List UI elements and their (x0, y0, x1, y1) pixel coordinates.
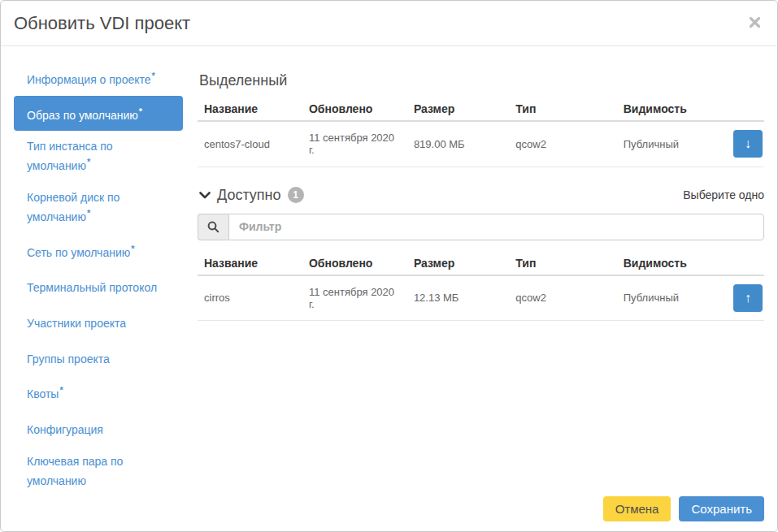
cell-size: 12.13 МБ (407, 275, 509, 321)
available-table-header-row: Название Обновлено Размер Тип Видимость (198, 252, 764, 275)
sidebar-item-project-info[interactable]: Информация о проекте* (14, 60, 183, 96)
cell-actions: ↑ (724, 275, 764, 321)
deselect-button[interactable]: ↓ (733, 130, 763, 158)
select-one-hint: Выберите одно (683, 188, 764, 201)
required-asterisk: * (87, 208, 90, 218)
cell-name: centos7-cloud (198, 121, 302, 167)
column-header-visibility: Видимость (617, 97, 724, 121)
column-header-updated: Обновлено (302, 97, 407, 121)
sidebar-item-project-members[interactable]: Участники проекта (14, 304, 183, 340)
sidebar-item-label: Терминальный протокол (27, 281, 157, 294)
cell-updated: 11 сентября 2020 г. (302, 121, 407, 167)
selected-table-header-row: Название Обновлено Размер Тип Видимость (198, 97, 764, 121)
column-header-type: Тип (509, 252, 616, 275)
selected-section-title: Выделенный (199, 72, 764, 89)
close-x-glyph (749, 16, 761, 28)
arrow-up-icon: ↑ (745, 291, 751, 305)
filter-group (198, 214, 764, 240)
cell-actions: ↓ (724, 121, 764, 167)
filter-input[interactable] (228, 214, 764, 240)
sidebar-item-label: Конфигурация (27, 423, 103, 436)
cell-updated: 11 сентября 2020 г. (302, 275, 407, 321)
sidebar: Информация о проекте* Образ по умолчанию… (1, 46, 198, 496)
collapse-toggle[interactable]: Доступно (199, 187, 281, 204)
required-asterisk: * (87, 157, 90, 167)
column-header-size: Размер (407, 97, 509, 121)
sidebar-item-terminal-protocol[interactable]: Терминальный протокол (14, 268, 183, 304)
sidebar-item-quotas[interactable]: Квоты* (14, 374, 183, 410)
sidebar-item-label: Квоты (27, 387, 59, 400)
column-header-type: Тип (509, 97, 616, 121)
cell-type: qcow2 (509, 275, 616, 321)
column-header-visibility: Видимость (617, 252, 724, 275)
column-header-name: Название (198, 252, 302, 275)
dialog-header: Обновить VDI проект (1, 1, 777, 46)
sidebar-item-label: Ключевая пара по умолчанию (27, 455, 123, 487)
count-badge: 1 (288, 187, 304, 203)
save-button[interactable]: Сохранить (679, 496, 764, 521)
arrow-down-icon: ↓ (745, 136, 751, 150)
cell-visibility: Публичный (617, 121, 724, 167)
required-asterisk: * (139, 106, 142, 116)
sidebar-item-default-instance-type[interactable]: Тип инстанса по умолчанию* (14, 131, 183, 182)
search-button[interactable] (198, 214, 228, 240)
sidebar-item-label: Образ по умолчанию (27, 108, 138, 121)
chevron-down-icon (199, 192, 211, 199)
available-section-header: Доступно 1 Выберите одно (199, 187, 764, 204)
sidebar-item-label: Корневой диск по умолчанию (27, 191, 120, 223)
available-table: Название Обновлено Размер Тип Видимость … (198, 252, 764, 322)
cell-visibility: Публичный (617, 275, 724, 321)
main-content: Выделенный Название Обновлено Размер Тип… (198, 46, 777, 496)
sidebar-item-label: Сеть по умолчанию (27, 245, 130, 258)
select-button[interactable]: ↑ (733, 284, 763, 312)
search-icon (207, 221, 219, 233)
required-asterisk: * (152, 71, 155, 80)
column-header-size: Размер (407, 252, 509, 275)
required-asterisk: * (131, 244, 134, 253)
column-header-updated: Обновлено (302, 252, 407, 275)
cell-name: cirros (198, 275, 302, 321)
sidebar-item-label: Группы проекта (27, 352, 110, 365)
sidebar-item-project-groups[interactable]: Группы проекта (14, 340, 183, 375)
dialog-body: Информация о проекте* Образ по умолчанию… (1, 46, 777, 496)
cell-type: qcow2 (509, 121, 616, 167)
dialog-footer: Отмена Сохранить (1, 496, 777, 532)
available-section-title: Доступно (217, 187, 281, 204)
sidebar-item-configuration[interactable]: Конфигурация (14, 410, 183, 446)
dialog-title: Обновить VDI проект (14, 13, 190, 34)
sidebar-item-default-image[interactable]: Образ по умолчанию* (14, 96, 183, 132)
sidebar-item-label: Тип инстанса по умолчанию (27, 140, 113, 172)
sidebar-item-default-root-disk[interactable]: Корневой диск по умолчанию* (14, 182, 183, 233)
cell-size: 819.00 МБ (407, 121, 509, 167)
sidebar-item-label: Участники проекта (27, 317, 126, 330)
column-header-name: Название (198, 97, 302, 121)
cancel-button[interactable]: Отмена (603, 496, 672, 521)
column-header-actions (724, 252, 764, 275)
close-icon[interactable] (745, 13, 764, 32)
selected-table: Название Обновлено Размер Тип Видимость … (198, 97, 764, 167)
sidebar-item-default-keypair[interactable]: Ключевая пара по умолчанию (14, 446, 183, 497)
table-row-centos7-cloud: centos7-cloud 11 сентября 2020 г. 819.00… (198, 121, 764, 167)
column-header-actions (724, 97, 764, 121)
sidebar-item-label: Информация о проекте (27, 73, 151, 86)
required-asterisk: * (59, 385, 63, 395)
update-vdi-project-dialog: Обновить VDI проект Информация о проекте… (0, 0, 778, 532)
table-row-cirros: cirros 11 сентября 2020 г. 12.13 МБ qcow… (198, 275, 764, 321)
sidebar-item-default-network[interactable]: Сеть по умолчанию* (14, 233, 183, 269)
